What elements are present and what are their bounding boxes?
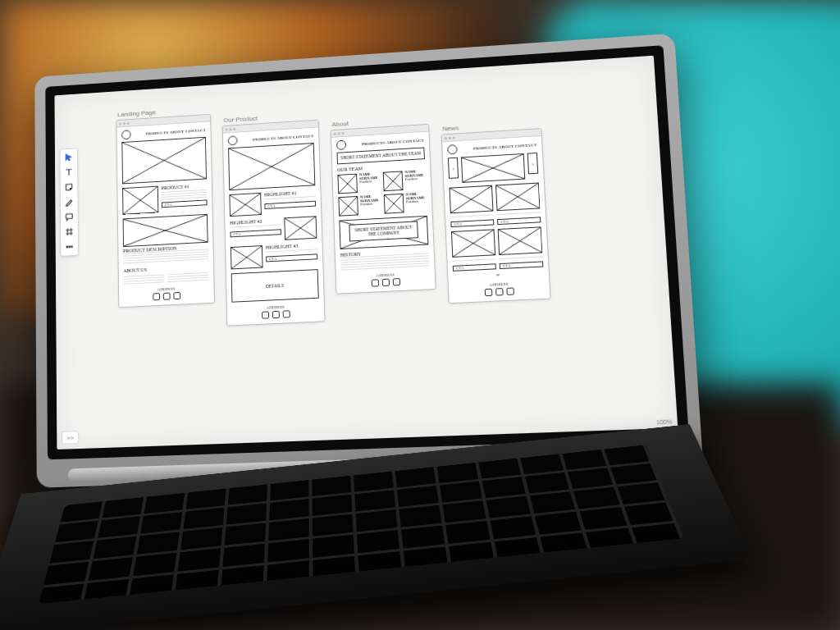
- svg-line-35: [452, 230, 495, 256]
- zoom-percent[interactable]: 100%: [656, 418, 673, 425]
- team-member: NAME SURNAMEPosition: [337, 172, 380, 194]
- tool-toolbar: [59, 148, 79, 257]
- news-thumb: [450, 185, 494, 214]
- svg-point-3: [71, 246, 73, 248]
- svg-line-21: [384, 171, 403, 190]
- svg-line-31: [450, 186, 493, 212]
- cta-button[interactable]: CTA: [230, 229, 281, 237]
- cta-button[interactable]: CTA: [450, 219, 494, 227]
- social-icon[interactable]: [153, 293, 160, 300]
- hero-image: [228, 143, 315, 190]
- tool-text[interactable]: [62, 166, 75, 179]
- about-us-heading: ABOUT US: [123, 264, 208, 273]
- carousel-next[interactable]: ›: [527, 153, 539, 174]
- svg-point-1: [66, 246, 68, 248]
- news-thumb: [498, 226, 543, 255]
- social-icon[interactable]: [173, 292, 180, 299]
- frame-product[interactable]: PRODUCTS ABOUT CONTACT HIGHLIGHT #1CTA: [222, 120, 326, 326]
- cta-button[interactable]: CTA: [162, 199, 208, 208]
- news-thumb: [495, 183, 541, 212]
- frame-about[interactable]: PRODUCTS ABOUT CONTACT SHORT STATEMENT A…: [331, 124, 436, 294]
- svg-line-7: [123, 187, 158, 214]
- svg-line-25: [385, 194, 404, 212]
- svg-line-29: [462, 154, 524, 182]
- svg-line-11: [229, 144, 314, 189]
- product-thumb: [122, 186, 158, 215]
- laptop: MacBook: [25, 49, 681, 574]
- design-canvas[interactable]: >> 100% Landing Page PRODUCTS ABOUT CONT…: [54, 56, 678, 450]
- company-banner: SHORT STATEMENT ABOUT THE COMPANY: [349, 221, 418, 241]
- social-icon[interactable]: [162, 293, 170, 300]
- team-member: NAME SURNAMEPosition: [383, 169, 427, 190]
- highlight-thumb: [231, 245, 263, 269]
- cta-button[interactable]: CTA: [264, 201, 316, 209]
- cta-button[interactable]: CTA: [497, 217, 541, 225]
- carousel-image: [461, 153, 525, 183]
- team-banner: SHORT STATEMENT ABOUT THE TEAM: [337, 147, 425, 164]
- frame-news[interactable]: PRODUCTS ABOUT CONTACT ‹ › CTA: [441, 128, 551, 304]
- collapse-toolbar-button[interactable]: >>: [62, 431, 79, 445]
- svg-line-15: [285, 217, 316, 239]
- highlight-thumb: [229, 193, 261, 217]
- svg-line-23: [339, 197, 357, 216]
- svg-line-5: [122, 138, 206, 184]
- svg-line-17: [231, 246, 262, 268]
- svg-rect-0: [66, 214, 72, 219]
- logo-icon: [121, 130, 130, 139]
- hero-image: [121, 137, 207, 185]
- team-member: NAME SURNAMEPosition: [338, 194, 381, 216]
- details-section: DETAILS: [231, 269, 319, 303]
- footer: ADDRESS: [124, 285, 209, 302]
- tool-frame[interactable]: [63, 225, 75, 238]
- svg-line-13: [230, 194, 260, 216]
- team-member: NAME SURNAMEPosition: [384, 192, 427, 213]
- svg-line-37: [499, 227, 542, 254]
- tool-more[interactable]: [63, 240, 75, 253]
- tool-comment[interactable]: [63, 210, 75, 223]
- tool-pencil[interactable]: [63, 195, 75, 208]
- svg-line-19: [338, 174, 356, 193]
- tool-select[interactable]: [62, 151, 75, 164]
- svg-line-9: [124, 215, 208, 246]
- svg-point-2: [69, 246, 71, 248]
- highlight-thumb: [284, 216, 317, 240]
- cta-button[interactable]: CTA: [266, 253, 317, 262]
- carousel-prev[interactable]: ‹: [448, 158, 459, 179]
- frame-landing[interactable]: PRODUCTS ABOUT CONTACT PRODUCT #1: [116, 114, 215, 308]
- logo-icon: [228, 135, 238, 145]
- news-thumb: [451, 229, 495, 258]
- tool-sticky[interactable]: [63, 180, 75, 194]
- product-description-section: PRODUCT DESCRIPTION: [123, 214, 208, 265]
- svg-line-33: [496, 184, 539, 211]
